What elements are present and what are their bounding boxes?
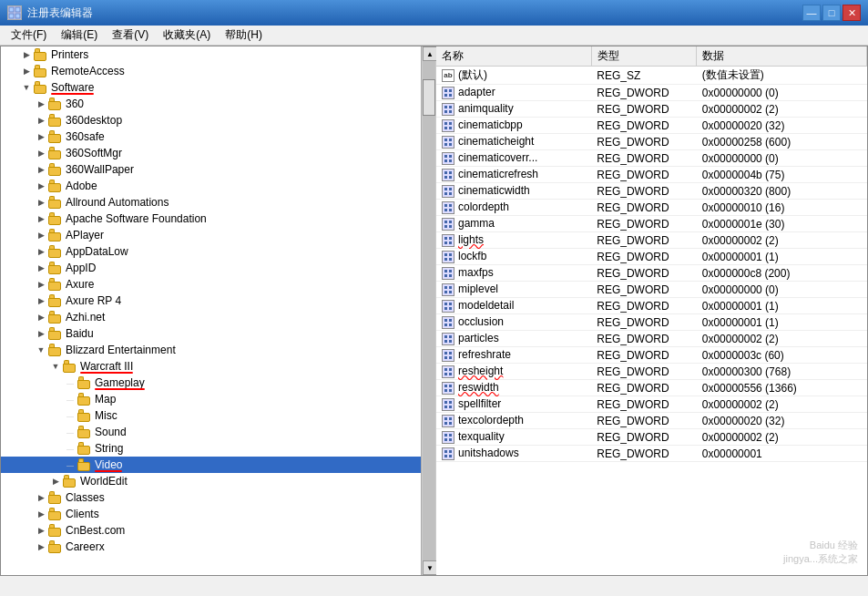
tree-item-map[interactable]: —Map	[1, 391, 421, 407]
table-row[interactable]: colordepthREG_DWORD0x00000010 (16)	[436, 200, 867, 216]
tree-expand-btn[interactable]: ▶	[34, 277, 48, 292]
table-row[interactable]: animqualityREG_DWORD0x00000002 (2)	[436, 101, 867, 118]
tree-item-appid[interactable]: ▶AppID	[1, 260, 421, 276]
tree-expand-btn[interactable]: ▶	[34, 539, 48, 554]
tree-expand-btn[interactable]: ▼	[34, 343, 48, 357]
table-row[interactable]: miplevelREG_DWORD0x00000000 (0)	[436, 282, 867, 298]
table-row[interactable]: cinematicoverr...REG_DWORD0x00000000 (0)	[436, 150, 867, 167]
tree-item-gameplay[interactable]: —Gameplay	[1, 375, 421, 391]
tree-expand-btn[interactable]: ▶	[34, 162, 48, 177]
tree-expand-btn[interactable]: ▶	[48, 474, 63, 488]
table-row[interactable]: occlusionREG_DWORD0x00000001 (1)	[436, 314, 867, 331]
tree-item-azhi[interactable]: ▶Azhi.net	[1, 309, 421, 325]
tree-item-appdatalow[interactable]: ▶AppDataLow	[1, 243, 421, 260]
tree-expand-btn[interactable]: ▶	[34, 195, 48, 210]
table-row[interactable]: ab(默认)REG_SZ(数值未设置)	[436, 67, 867, 85]
table-row[interactable]: reswidthREG_DWORD0x00000556 (1366)	[436, 380, 867, 396]
minimize-button[interactable]: —	[802, 5, 821, 21]
maximize-button[interactable]: □	[822, 5, 841, 21]
tree-expand-btn[interactable]: —	[63, 408, 77, 423]
tree-expand-btn[interactable]: —	[63, 457, 77, 472]
table-row[interactable]: modeldetailREG_DWORD0x00000001 (1)	[436, 298, 867, 314]
scroll-track[interactable]	[423, 61, 435, 560]
tree-expand-btn[interactable]: ▶	[34, 129, 48, 144]
table-row[interactable]: texcolordepthREG_DWORD0x00000020 (32)	[436, 413, 867, 429]
table-row[interactable]: resheightREG_DWORD0x00000300 (768)	[436, 364, 867, 380]
scroll-thumb[interactable]	[423, 79, 435, 116]
tree-item-sound[interactable]: —Sound	[1, 424, 421, 440]
tree-expand-btn[interactable]: ▶	[34, 146, 48, 160]
tree-expand-btn[interactable]: ▶	[34, 211, 48, 226]
tree-item-misc[interactable]: —Misc	[1, 407, 421, 424]
tree-expand-btn[interactable]: ▶	[34, 293, 48, 308]
menu-view[interactable]: 查看(V)	[105, 26, 156, 45]
tree-expand-btn[interactable]: ▶	[19, 64, 34, 78]
tree-expand-btn[interactable]: ▶	[34, 97, 48, 111]
tree-item-classes[interactable]: ▶Classes	[1, 489, 421, 506]
menu-file[interactable]: 文件(F)	[4, 26, 54, 45]
table-row[interactable]: refreshrateREG_DWORD0x0000003c (60)	[436, 347, 867, 364]
close-button[interactable]: ✕	[842, 5, 861, 21]
tree-item-360wallpaper[interactable]: ▶360WallPaper	[1, 161, 421, 178]
tree-expand-btn[interactable]: ▶	[34, 326, 48, 341]
tree-item-careerx[interactable]: ▶Careerx	[1, 539, 421, 555]
scroll-up-btn[interactable]: ▲	[423, 46, 437, 61]
tree-item-software[interactable]: ▼Software	[1, 79, 421, 96]
table-row[interactable]: spellfilterREG_DWORD0x00000002 (2)	[436, 396, 867, 413]
table-row[interactable]: adapterREG_DWORD0x00000000 (0)	[436, 85, 867, 101]
table-row[interactable]: texqualityREG_DWORD0x00000002 (2)	[436, 429, 867, 446]
tree-item-360[interactable]: ▶360	[1, 96, 421, 112]
tree-expand-btn[interactable]: ▶	[34, 507, 48, 521]
tree-item-360safe[interactable]: ▶360safe	[1, 128, 421, 145]
tree-item-360desktop[interactable]: ▶360desktop	[1, 112, 421, 128]
tree-item-clients[interactable]: ▶Clients	[1, 506, 421, 522]
tree-expand-btn[interactable]: —	[63, 425, 77, 439]
table-row[interactable]: cinematicrefreshREG_DWORD0x0000004b (75)	[436, 167, 867, 183]
tree-item-printers[interactable]: ▶Printers	[1, 46, 421, 63]
tree-item-video[interactable]: —Video	[1, 457, 421, 473]
tree-expand-btn[interactable]: ▶	[34, 310, 48, 324]
table-row[interactable]: lightsREG_DWORD0x00000002 (2)	[436, 232, 867, 249]
menu-help[interactable]: 帮助(H)	[218, 26, 270, 45]
table-row[interactable]: cinematicheightREG_DWORD0x00000258 (600)	[436, 134, 867, 150]
table-row[interactable]: gammaREG_DWORD0x0000001e (30)	[436, 216, 867, 232]
tree-expand-btn[interactable]: ▶	[19, 47, 34, 62]
tree-expand-btn[interactable]: ▶	[34, 113, 48, 128]
tree-item-string[interactable]: —String	[1, 440, 421, 457]
tree-item-aplayer[interactable]: ▶APlayer	[1, 227, 421, 243]
tree-scrollbar[interactable]: ▲ ▼	[422, 46, 436, 575]
tree-item-adobe[interactable]: ▶Adobe	[1, 178, 421, 194]
table-row[interactable]: particlesREG_DWORD0x00000002 (2)	[436, 331, 867, 347]
tree-panel[interactable]: ▶Printers▶RemoteAccess▼Software▶360▶360d…	[1, 46, 422, 575]
table-row[interactable]: unitshadowsREG_DWORD0x00000001	[436, 446, 867, 462]
tree-expand-btn[interactable]: ▶	[34, 179, 48, 193]
tree-item-axure[interactable]: ▶Axure	[1, 276, 421, 293]
tree-expand-btn[interactable]: —	[63, 392, 77, 406]
tree-item-worldedit[interactable]: ▶WorldEdit	[1, 473, 421, 489]
tree-expand-btn[interactable]: ▼	[48, 359, 63, 374]
tree-expand-btn[interactable]: ▼	[19, 80, 34, 95]
tree-item-remoteaccess[interactable]: ▶RemoteAccess	[1, 63, 421, 79]
tree-expand-btn[interactable]: —	[63, 441, 77, 456]
scroll-down-btn[interactable]: ▼	[423, 560, 437, 575]
tree-item-axurerp4[interactable]: ▶Axure RP 4	[1, 293, 421, 309]
tree-expand-btn[interactable]: ▶	[34, 228, 48, 242]
tree-item-warcraftiii[interactable]: ▼Warcraft III	[1, 358, 421, 375]
table-row[interactable]: cinematicbppREG_DWORD0x00000020 (32)	[436, 118, 867, 134]
tree-expand-btn[interactable]: ▶	[34, 523, 48, 538]
tree-item-cnbest[interactable]: ▶CnBest.com	[1, 522, 421, 539]
tree-item-baidu[interactable]: ▶Baidu	[1, 325, 421, 342]
tree-expand-btn[interactable]: ▶	[34, 261, 48, 275]
table-row[interactable]: maxfpsREG_DWORD0x000000c8 (200)	[436, 265, 867, 282]
tree-expand-btn[interactable]: ▶	[34, 490, 48, 505]
table-row[interactable]: cinematicwidthREG_DWORD0x00000320 (800)	[436, 183, 867, 200]
tree-item-apache[interactable]: ▶Apache Software Foundation	[1, 211, 421, 227]
tree-item-blizzard[interactable]: ▼Blizzard Entertainment	[1, 342, 421, 358]
table-row[interactable]: lockfbREG_DWORD0x00000001 (1)	[436, 249, 867, 265]
tree-item-allround[interactable]: ▶Allround Automations	[1, 194, 421, 211]
menu-edit[interactable]: 编辑(E)	[54, 26, 105, 45]
menu-favorites[interactable]: 收藏夹(A)	[156, 26, 218, 45]
tree-expand-btn[interactable]: —	[63, 375, 77, 390]
tree-expand-btn[interactable]: ▶	[34, 244, 48, 259]
tree-item-360softmgr[interactable]: ▶360SoftMgr	[1, 145, 421, 161]
